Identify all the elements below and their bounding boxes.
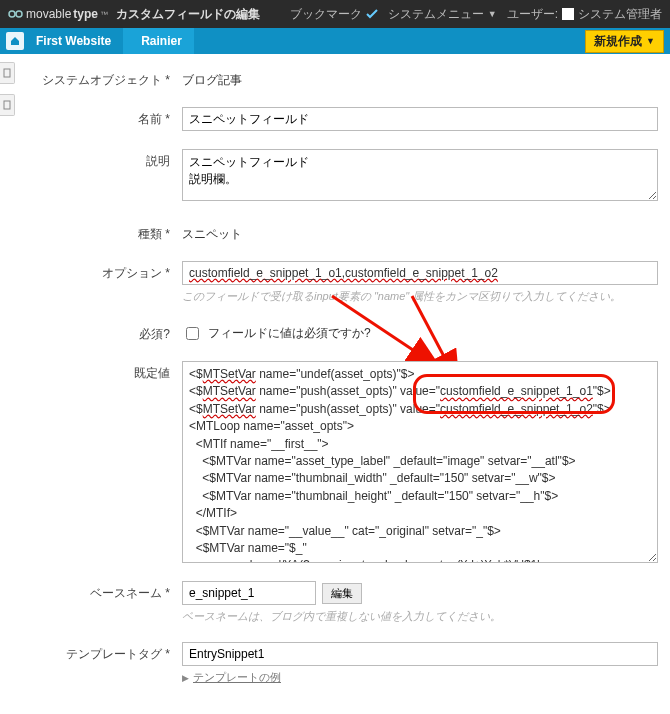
- create-label: 新規作成: [594, 33, 642, 50]
- bookmark-icon: [366, 8, 378, 20]
- top-bar: movabletype™ カスタムフィールドの編集 ブックマーク システムメニュ…: [0, 0, 670, 28]
- movabletype-icon: [8, 6, 24, 22]
- default-value-wrap: <$MTSetVar name="undef(asset_opts)"$><$M…: [182, 361, 658, 563]
- template-example-toggle[interactable]: ▶ テンプレートの例: [182, 666, 658, 685]
- svg-point-0: [9, 11, 15, 17]
- home-icon: [9, 35, 21, 47]
- basename-hint: ベースネームは、ブログ内で重複しない値を入力してください。: [182, 609, 658, 624]
- option-hint: このフィールドで受け取るinput要素の "name" 属性をカンマ区切りで入力…: [182, 289, 658, 304]
- create-button[interactable]: 新規作成 ▼: [585, 30, 664, 53]
- basename-input[interactable]: [182, 581, 316, 605]
- side-tab-2[interactable]: [0, 94, 15, 116]
- panel-icon: [3, 100, 11, 110]
- label-system-object: システムオブジェクト *: [20, 68, 182, 89]
- chevron-right-icon: ▶: [182, 673, 189, 683]
- system-menu-label: システムメニュー: [388, 6, 484, 23]
- bookmark-label: ブックマーク: [290, 6, 362, 23]
- brand-logo[interactable]: movabletype™: [8, 6, 108, 22]
- required-checkbox[interactable]: [186, 327, 199, 340]
- brand-suffix: type: [73, 7, 98, 21]
- label-option: オプション *: [20, 261, 182, 282]
- label-default-value: 既定値: [20, 361, 182, 382]
- system-menu[interactable]: システムメニュー ▼: [388, 6, 497, 23]
- value-system-object: ブログ記事: [182, 68, 658, 89]
- user-menu[interactable]: ユーザー: システム管理者: [507, 6, 662, 23]
- label-template-tag: テンプレートタグ *: [20, 642, 182, 663]
- user-name: システム管理者: [578, 6, 662, 23]
- chevron-down-icon: ▼: [488, 9, 497, 19]
- bookmark-link[interactable]: ブックマーク: [290, 6, 378, 23]
- brand-tm: ™: [100, 10, 108, 19]
- side-tabs: [0, 62, 15, 116]
- name-input[interactable]: [182, 107, 658, 131]
- breadcrumb-bar: First Website Rainier 新規作成 ▼: [0, 28, 670, 54]
- panel-icon: [3, 68, 11, 78]
- user-avatar-icon: [562, 8, 574, 20]
- default-value-textarea[interactable]: <$MTSetVar name="undef(asset_opts)"$><$M…: [183, 362, 657, 562]
- template-example-link[interactable]: テンプレートの例: [193, 670, 281, 685]
- option-input[interactable]: customfield_e_snippet_1_o1,customfield_e…: [182, 261, 658, 285]
- label-name: 名前 *: [20, 107, 182, 128]
- svg-point-1: [16, 11, 22, 17]
- basename-edit-button[interactable]: 編集: [322, 583, 362, 604]
- description-textarea[interactable]: [182, 149, 658, 201]
- home-button[interactable]: [6, 32, 24, 50]
- crumb-parent[interactable]: First Website: [24, 28, 123, 54]
- value-type: スニペット: [182, 222, 658, 243]
- required-checkbox-label: フィールドに値は必須ですか?: [208, 325, 371, 342]
- brand-prefix: movable: [26, 7, 71, 21]
- label-basename: ベースネーム *: [20, 581, 182, 602]
- chevron-down-icon: ▼: [646, 36, 655, 46]
- page-title: カスタムフィールドの編集: [116, 6, 260, 23]
- template-tag-input[interactable]: [182, 642, 658, 666]
- form-area: システムオブジェクト * ブログ記事 名前 * 説明 種類 * スニペット オプ…: [0, 54, 670, 714]
- label-description: 説明: [20, 149, 182, 170]
- label-type: 種類 *: [20, 222, 182, 243]
- crumb-current[interactable]: Rainier: [123, 28, 194, 54]
- label-required: 必須?: [20, 322, 182, 343]
- user-label: ユーザー:: [507, 6, 558, 23]
- svg-rect-3: [4, 101, 10, 109]
- side-tab-1[interactable]: [0, 62, 15, 84]
- svg-rect-2: [4, 69, 10, 77]
